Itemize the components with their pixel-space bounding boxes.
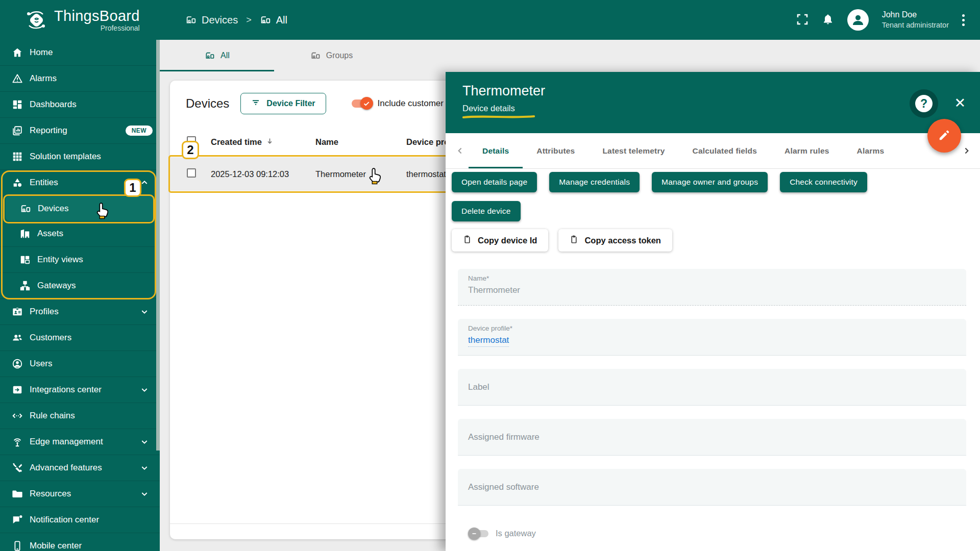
help-button[interactable]: ?: [910, 89, 938, 118]
sidebar-item-label: Assets: [37, 229, 63, 239]
sidebar-item-alarms[interactable]: Alarms: [0, 66, 160, 92]
notification-center-icon: [12, 514, 23, 525]
sidebar-item-label: Customers: [30, 333, 71, 343]
tab-latest-telemetry[interactable]: Latest telemetry: [589, 133, 678, 168]
tab-alarms[interactable]: Alarms: [843, 133, 898, 168]
device-profile-field[interactable]: Device profile* thermostat: [458, 319, 966, 356]
edit-fab-button[interactable]: [927, 119, 961, 153]
toggle-off-icon: [468, 528, 480, 540]
grid-icon: [12, 151, 23, 162]
manage-owner-groups-button[interactable]: Manage owner and groups: [652, 172, 768, 192]
notifications-button[interactable]: [822, 13, 834, 27]
sidebar-item-reporting[interactable]: Reporting NEW: [0, 118, 160, 144]
thingsboard-logo[interactable]: ThingsBoard Professional: [0, 8, 160, 32]
select-all-checkbox[interactable]: [187, 136, 196, 145]
sidebar-item-gateways[interactable]: Gateways: [0, 273, 160, 299]
sidebar-item-edge-management[interactable]: Edge management: [0, 429, 160, 455]
sidebar-item-resources[interactable]: Resources: [0, 481, 160, 507]
column-name[interactable]: Name: [315, 127, 406, 157]
gateways-icon: [19, 280, 31, 291]
label-field[interactable]: Label: [458, 369, 966, 406]
sidebar-item-label: Profiles: [30, 307, 59, 317]
sidebar-item-label: Entities: [30, 178, 58, 188]
row-checkbox[interactable]: [187, 168, 196, 178]
is-gateway-toggle[interactable]: [470, 530, 488, 537]
assigned-firmware-field[interactable]: Assigned firmware: [458, 419, 966, 456]
tab-groups[interactable]: Groups: [274, 40, 388, 71]
tab-attributes[interactable]: Attributes: [523, 133, 589, 168]
breadcrumb-all[interactable]: All: [260, 14, 287, 26]
tabs-scroll-right-button[interactable]: [958, 146, 975, 155]
copy-device-id-button[interactable]: Copy device Id: [452, 229, 548, 252]
tab-details[interactable]: Details: [469, 133, 523, 168]
device-profile-link[interactable]: thermostat: [468, 335, 509, 347]
sidebar-item-mobile-center[interactable]: Mobile center: [0, 533, 160, 551]
avatar[interactable]: [847, 9, 869, 31]
name-field[interactable]: Name* Thermometer: [458, 269, 966, 306]
sidebar-item-devices[interactable]: Devices: [6, 196, 154, 221]
dashboards-icon: [12, 99, 23, 110]
user-role: Tenant administrator: [882, 20, 949, 30]
name-field-label: Name*: [468, 274, 956, 282]
close-icon[interactable]: ✕: [954, 96, 966, 110]
assigned-software-field[interactable]: Assigned software: [458, 469, 966, 506]
profiles-icon: [12, 306, 23, 317]
copy-access-token-button[interactable]: Copy access token: [558, 229, 672, 252]
edit-pencil-icon: [938, 129, 951, 143]
sidebar-item-profiles[interactable]: Profiles: [0, 299, 160, 325]
check-connectivity-button[interactable]: Check connectivity: [780, 172, 867, 192]
sidebar-item-entities[interactable]: Entities: [0, 170, 160, 196]
sidebar-item-users[interactable]: Users: [0, 351, 160, 377]
delete-device-button[interactable]: Delete device: [452, 201, 521, 221]
breadcrumb-label: Devices: [202, 14, 238, 26]
tab-all[interactable]: All: [160, 40, 274, 71]
sidebar-item-label: Integrations center: [30, 385, 102, 395]
sidebar-item-label: Reporting: [30, 126, 67, 136]
breadcrumb-label: All: [276, 14, 287, 26]
sidebar-item-advanced-features[interactable]: Advanced features: [0, 455, 160, 481]
tab-calculated-fields[interactable]: Calculated fields: [679, 133, 771, 168]
sidebar-item-integrations-center[interactable]: Integrations center: [0, 377, 160, 403]
chevron-down-icon: [140, 464, 149, 472]
sidebar-item-notification-center[interactable]: Notification center: [0, 507, 160, 533]
tabs-scroll-left-button[interactable]: [452, 146, 469, 155]
device-group-icon: [310, 50, 321, 61]
panel-tabs: Details Attributes Latest telemetry Calc…: [446, 133, 980, 169]
sidebar-item-solution-templates[interactable]: Solution templates: [0, 144, 160, 170]
filter-icon: [251, 98, 260, 109]
breadcrumb-devices[interactable]: Devices: [185, 14, 238, 26]
annotation-underline: [462, 114, 535, 119]
new-badge: NEW: [126, 126, 153, 136]
open-details-page-button[interactable]: Open details page: [452, 172, 537, 192]
cell-created-time: 2025-12-03 09:12:03: [211, 157, 315, 191]
sidebar-item-home[interactable]: Home: [0, 40, 160, 66]
sidebar-item-label: Advanced features: [30, 463, 102, 473]
column-created-time[interactable]: Created time: [211, 127, 315, 157]
include-customer-toggle[interactable]: [352, 99, 371, 108]
is-gateway-label: Is gateway: [496, 529, 536, 538]
rule-chains-icon: [12, 410, 23, 421]
sidebar-item-label: Notification center: [30, 515, 99, 525]
device-icon: [185, 14, 197, 26]
more-menu-button[interactable]: [962, 14, 965, 26]
sort-desc-icon[interactable]: [266, 137, 274, 146]
sidebar-item-label: Dashboards: [30, 99, 77, 110]
sidebar-item-label: Users: [30, 359, 52, 369]
sidebar-item-dashboards[interactable]: Dashboards: [0, 92, 160, 118]
sidebar-item-rule-chains[interactable]: Rule chains: [0, 403, 160, 429]
folder-icon: [12, 488, 23, 499]
home-icon: [12, 47, 23, 58]
sidebar-item-label: Devices: [38, 204, 68, 214]
sidebar-item-entity-views[interactable]: Entity views: [0, 247, 160, 273]
clipboard-icon: [570, 235, 578, 246]
fullscreen-button[interactable]: [796, 13, 808, 27]
device-filter-button[interactable]: Device Filter: [240, 93, 326, 114]
device-icon: [204, 50, 215, 61]
manage-credentials-button[interactable]: Manage credentials: [549, 172, 640, 192]
page-title: Devices: [186, 96, 229, 111]
sidebar-item-assets[interactable]: Assets: [0, 221, 160, 247]
tab-alarm-rules[interactable]: Alarm rules: [771, 133, 843, 168]
sidebar: Home Alarms Dashboards Reporting NEW Sol…: [0, 40, 160, 551]
sidebar-scrollbar[interactable]: [156, 40, 160, 450]
sidebar-item-customers[interactable]: Customers: [0, 325, 160, 351]
